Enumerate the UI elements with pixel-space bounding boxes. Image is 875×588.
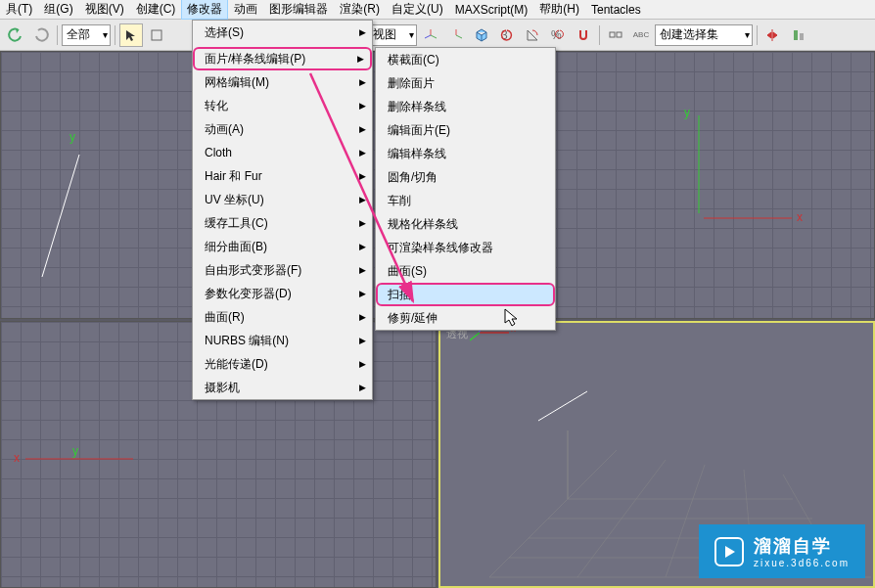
- chevron-right-icon: ▶: [359, 312, 366, 322]
- svg-rect-11: [800, 33, 804, 40]
- menu-group[interactable]: 组(G): [38, 0, 78, 20]
- menu1-item-subdiv[interactable]: 细分曲面(B)▶: [193, 235, 372, 258]
- menu-help[interactable]: 帮助(H): [533, 0, 585, 20]
- svg-line-3: [425, 35, 431, 38]
- align-icon[interactable]: [787, 23, 810, 47]
- tool-icon[interactable]: [145, 23, 168, 47]
- chevron-right-icon: ▶: [359, 148, 366, 158]
- axis2-icon[interactable]: [444, 23, 468, 47]
- menu1-item-ffd[interactable]: 自由形式变形器(F)▶: [193, 258, 372, 282]
- menu2-item-sweep[interactable]: 扫描: [376, 283, 555, 306]
- svg-line-12: [42, 155, 79, 277]
- menu-grapheditor[interactable]: 图形编辑器: [263, 0, 334, 20]
- menu1-item-mesh[interactable]: 网格编辑(M)▶: [193, 70, 372, 94]
- menu1-item-nurbs[interactable]: NURBS 编辑(N)▶: [193, 329, 372, 352]
- spline-submenu: 横截面(C) 删除面片 删除样条线 编辑面片(E) 编辑样条线 圆角/切角 车削…: [375, 47, 556, 331]
- menu2-item-renderable[interactable]: 可渲染样条线修改器: [376, 236, 555, 259]
- svg-rect-8: [610, 32, 615, 37]
- menu2-item-delpatch[interactable]: 删除面片: [376, 71, 555, 95]
- chevron-right-icon: ▶: [359, 383, 366, 392]
- chevron-right-icon: ▶: [357, 54, 364, 64]
- menu1-item-cloth[interactable]: Cloth▶: [193, 141, 372, 164]
- menu2-item-fillet[interactable]: 圆角/切角: [376, 165, 555, 189]
- axis-y-label: y: [72, 444, 78, 458]
- menu-customize[interactable]: 自定义(U): [386, 0, 449, 20]
- chevron-right-icon: ▶: [359, 265, 366, 275]
- separator: [757, 25, 758, 45]
- menubar: 具(T) 组(G) 视图(V) 创建(C) 修改器 动画 图形编辑器 渲染(R)…: [0, 0, 875, 20]
- watermark: 溜溜自学 zixue.3d66.com: [699, 524, 865, 578]
- menu2-item-editpatch[interactable]: 编辑面片(E): [376, 118, 555, 142]
- menu2-item-crosssection[interactable]: 横截面(C): [376, 48, 555, 71]
- menu2-item-surface[interactable]: 曲面(S): [376, 259, 555, 283]
- filter-dropdown[interactable]: 全部: [62, 24, 111, 46]
- axis-x-label: x: [14, 451, 20, 465]
- snap-icon[interactable]: [572, 23, 595, 47]
- chevron-right-icon: ▶: [359, 124, 366, 134]
- chevron-right-icon: ▶: [359, 336, 366, 345]
- mirror-icon[interactable]: [761, 23, 785, 47]
- menu1-item-convert[interactable]: 转化▶: [193, 94, 372, 117]
- undo-icon[interactable]: [4, 23, 27, 47]
- percent-snap-icon[interactable]: %: [546, 23, 570, 47]
- menu1-item-patchspline[interactable]: 面片/样条线编辑(P)▶: [193, 47, 372, 70]
- modifiers-menu: 选择(S)▶ 面片/样条线编辑(P)▶ 网格编辑(M)▶ 转化▶ 动画(A)▶ …: [192, 20, 373, 400]
- menu1-item-animation[interactable]: 动画(A)▶: [193, 117, 372, 141]
- svg-line-2: [431, 35, 437, 38]
- menu-animation[interactable]: 动画: [228, 0, 263, 20]
- snap3-icon[interactable]: 3: [495, 23, 519, 47]
- chevron-right-icon: ▶: [359, 218, 366, 228]
- menu1-item-radiosity[interactable]: 光能传递(D)▶: [193, 352, 372, 376]
- axis-x-label: x: [797, 210, 803, 224]
- separator: [599, 25, 600, 45]
- menu2-item-editspline[interactable]: 编辑样条线: [376, 142, 555, 165]
- view-dropdown[interactable]: 视图: [368, 24, 417, 46]
- menu1-item-camera[interactable]: 摄影机▶: [193, 376, 372, 399]
- menu2-item-trim[interactable]: 修剪/延伸: [376, 306, 555, 330]
- menu-create[interactable]: 创建(C): [130, 0, 182, 20]
- svg-rect-0: [152, 30, 161, 40]
- menu-maxscript[interactable]: MAXScript(M): [449, 1, 534, 19]
- chevron-right-icon: ▶: [359, 359, 366, 369]
- chevron-right-icon: ▶: [359, 27, 366, 37]
- redo-icon[interactable]: [29, 23, 53, 47]
- svg-line-30: [470, 333, 480, 340]
- named-sel-icon[interactable]: [604, 23, 627, 47]
- play-icon: [714, 537, 744, 566]
- menu-modifiers[interactable]: 修改器: [181, 0, 228, 20]
- separator: [57, 25, 58, 45]
- create-selection-set[interactable]: 创建选择集: [655, 24, 753, 46]
- watermark-title: 溜溜自学: [754, 534, 850, 558]
- menu1-item-cache[interactable]: 缓存工具(C)▶: [193, 211, 372, 235]
- chevron-right-icon: ▶: [359, 171, 366, 181]
- svg-rect-9: [617, 32, 622, 37]
- select-arrow-icon[interactable]: [119, 23, 143, 47]
- menu1-item-uv[interactable]: UV 坐标(U)▶: [193, 188, 372, 211]
- menu2-item-delspline[interactable]: 删除样条线: [376, 95, 555, 118]
- axis-icon[interactable]: [419, 23, 442, 47]
- abc-icon[interactable]: ABC: [629, 23, 653, 47]
- svg-line-26: [538, 391, 587, 421]
- chevron-right-icon: ▶: [359, 101, 366, 111]
- menu1-item-select[interactable]: 选择(S)▶: [193, 21, 372, 44]
- menu-tentacles[interactable]: Tentacles: [585, 1, 647, 19]
- svg-line-21: [489, 450, 617, 577]
- menu1-item-surface[interactable]: 曲面(R)▶: [193, 305, 372, 329]
- svg-rect-10: [794, 30, 798, 40]
- menu2-item-lathe[interactable]: 车削: [376, 189, 555, 212]
- menu-view[interactable]: 视图(V): [79, 0, 130, 20]
- chevron-right-icon: ▶: [359, 242, 366, 251]
- menu-tools[interactable]: 具(T): [0, 0, 38, 20]
- chevron-right-icon: ▶: [359, 289, 366, 298]
- axis-y-label: y: [69, 130, 75, 144]
- menu1-item-hairfur[interactable]: Hair 和 Fur▶: [193, 164, 372, 188]
- chevron-right-icon: ▶: [359, 77, 366, 87]
- chevron-right-icon: ▶: [359, 195, 366, 204]
- svg-line-5: [456, 35, 462, 38]
- watermark-url: zixue.3d66.com: [754, 558, 850, 568]
- menu2-item-normalize[interactable]: 规格化样条线: [376, 212, 555, 236]
- menu-render[interactable]: 渲染(R): [334, 0, 386, 20]
- angle-snap-icon[interactable]: [521, 23, 544, 47]
- cube-icon[interactable]: [470, 23, 493, 47]
- menu1-item-paramdeform[interactable]: 参数化变形器(D)▶: [193, 282, 372, 305]
